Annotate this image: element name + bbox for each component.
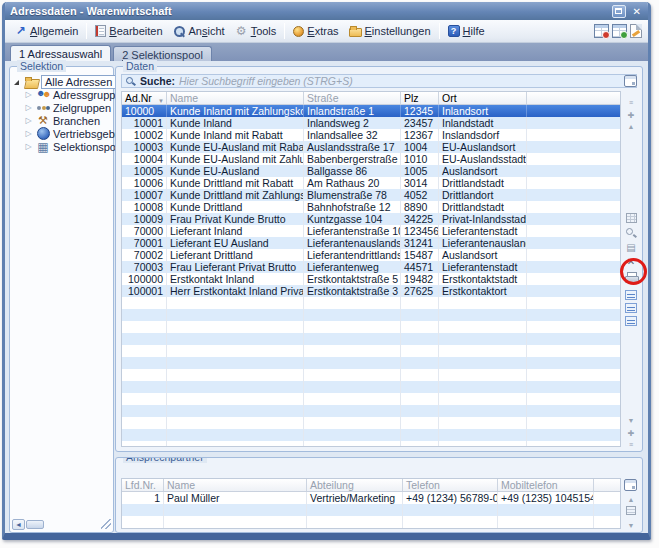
- table-empty-row[interactable]: [122, 309, 620, 321]
- scroll-glyph-up[interactable]: ▲: [623, 496, 639, 503]
- column-header-ad.nr[interactable]: Ad.Nr▼: [122, 92, 167, 104]
- close-button[interactable]: ✕: [631, 5, 643, 18]
- column-chooser-icon[interactable]: [624, 75, 637, 87]
- table-row[interactable]: 100000Erstkontakt InlandErstkontaktstraß…: [122, 273, 620, 285]
- scroll-glyph-plus[interactable]: ✚: [623, 429, 639, 438]
- cell-name: [167, 369, 304, 381]
- table-empty-row[interactable]: [122, 333, 620, 345]
- table-row[interactable]: 10004Kunde EU-Ausland mit Zahlungskondit…: [122, 153, 620, 165]
- column-header-ort[interactable]: Ort: [439, 92, 527, 104]
- column-header-telefon[interactable]: Telefon: [403, 479, 498, 491]
- table-empty-row[interactable]: [122, 516, 620, 528]
- resize-grip-icon[interactable]: [101, 519, 111, 529]
- scroll-glyph-plus[interactable]: ✚: [623, 111, 639, 120]
- collapsed-arrow-icon[interactable]: ▷: [24, 143, 33, 151]
- tree-item-zielgruppen[interactable]: ▷Zielgruppen: [12, 101, 111, 114]
- layout-list-icon[interactable]: [624, 314, 638, 327]
- layout-list-icon[interactable]: [624, 288, 638, 301]
- menu-allgemein[interactable]: ↗Allgemein: [9, 23, 83, 40]
- table-empty-row[interactable]: [122, 297, 620, 309]
- titlebar[interactable]: Adressdaten - Warenwirtschaft ✕: [5, 2, 648, 20]
- scroll-glyph-down[interactable]: ▼: [623, 522, 639, 529]
- table-row[interactable]: 100001Herr Erstkontakt Inland PrivatErst…: [122, 285, 620, 297]
- tab-2-selektionspool[interactable]: 2 Selektionspool: [113, 46, 212, 61]
- table-empty-row[interactable]: [122, 417, 620, 429]
- column-header-name[interactable]: Name: [167, 92, 304, 104]
- tree-item-adressgruppen[interactable]: ▷Adressgruppen: [12, 88, 111, 101]
- table-row[interactable]: 10007Kunde Drittland mit Zahlungskonditi…: [122, 189, 620, 201]
- table-row[interactable]: 10006Kunde Drittland mit RabattAm Rathau…: [122, 177, 620, 189]
- table-row[interactable]: 70002Lieferant DrittlandLieferantendritt…: [122, 249, 620, 261]
- scrollbar-thumb[interactable]: [26, 520, 44, 529]
- collapsed-arrow-icon[interactable]: ▷: [24, 130, 33, 138]
- layout-list-icon[interactable]: [624, 301, 638, 314]
- table-row[interactable]: 70001Lieferant EU AuslandLieferantenausl…: [122, 237, 620, 249]
- table-empty-row[interactable]: [122, 405, 620, 417]
- column-header-name[interactable]: Name: [164, 479, 307, 491]
- table-green-icon[interactable]: [612, 24, 627, 38]
- column-chooser-icon[interactable]: [624, 479, 637, 491]
- table-empty-row[interactable]: [122, 504, 620, 516]
- table-empty-row[interactable]: [122, 345, 620, 357]
- column-header-plz[interactable]: Plz: [401, 92, 439, 104]
- scroll-glyph-bottom[interactable]: ≡: [623, 441, 639, 448]
- table-empty-row[interactable]: [122, 369, 620, 381]
- search-tool-icon[interactable]: [624, 226, 638, 239]
- column-header-lfdnr.[interactable]: Lfd.Nr.: [122, 479, 164, 491]
- table-row[interactable]: 70003Frau Lieferant Privat BruttoLiefera…: [122, 261, 620, 273]
- cell-name: Herr Erstkontakt Inland Privat: [167, 285, 304, 297]
- tree-item-selektionspools[interactable]: ▷▦Selektionspools: [12, 140, 111, 153]
- rows-tool-icon[interactable]: ▤: [624, 241, 638, 254]
- column-header-mobiltelefon[interactable]: Mobiltelefon: [498, 479, 594, 491]
- industry-icon: ⚒: [36, 115, 50, 127]
- scroll-glyph-up[interactable]: ▲: [623, 123, 639, 130]
- table-row[interactable]: 70000Lieferant InlandLieferantenstraße 1…: [122, 225, 620, 237]
- menu-hilfe[interactable]: ?Hilfe: [443, 23, 490, 39]
- restore-button[interactable]: [612, 5, 626, 18]
- search-input[interactable]: Hier Suchbegriff eingeben (STRG+S): [179, 75, 353, 87]
- tree-item-vertriebsgebiete[interactable]: ▷Vertriebsgebiete: [12, 127, 111, 140]
- grid-tool-icon[interactable]: [626, 506, 636, 515]
- collapsed-arrow-icon[interactable]: ▷: [24, 91, 33, 99]
- new-document-icon[interactable]: [630, 24, 642, 38]
- scroll-glyph-top[interactable]: ≡: [623, 99, 639, 106]
- table-row[interactable]: 10002Kunde Inland mit RabattInlandsallee…: [122, 129, 620, 141]
- search-bar[interactable]: Suche: Hier Suchbegriff eingeben (STRG+S…: [121, 74, 637, 88]
- table-row[interactable]: 10000Kunde Inland mit Zahlungskondition …: [122, 105, 620, 117]
- table-empty-row[interactable]: [122, 528, 620, 529]
- table-empty-row[interactable]: [122, 381, 620, 393]
- menu-bearbeiten[interactable]: Bearbeiten: [90, 23, 167, 39]
- table-row[interactable]: 10001Kunde InlandInlandsweg 223457Inland…: [122, 117, 620, 129]
- collapsed-arrow-icon[interactable]: ▷: [24, 117, 33, 125]
- table-row[interactable]: 10009Frau Privat Kunde BruttoKuntzgasse …: [122, 213, 620, 225]
- table-row[interactable]: 10008Kunde DrittlandBahnhofstraße 128890…: [122, 201, 620, 213]
- table-row[interactable]: 10003Kunde EU-Ausland mit RabattAuslands…: [122, 141, 620, 153]
- table-empty-row[interactable]: [122, 357, 620, 369]
- collapsed-arrow-icon[interactable]: ▷: [24, 104, 33, 112]
- cell-strasse: [304, 321, 401, 333]
- cell-adnr: [122, 429, 167, 441]
- table-empty-row[interactable]: [122, 429, 620, 441]
- column-header-abteilung[interactable]: Abteilung: [307, 479, 403, 491]
- table-row[interactable]: 1Paul MüllerVertrieb/Marketing+49 (1234)…: [122, 492, 620, 504]
- menu-ansicht[interactable]: Ansicht: [168, 23, 230, 40]
- table-empty-row[interactable]: [122, 321, 620, 333]
- tree-item-branchen[interactable]: ▷⚒Branchen: [12, 114, 111, 127]
- scroll-left-button[interactable]: ◄: [12, 519, 25, 530]
- table-empty-row[interactable]: [122, 441, 620, 447]
- scroll-glyph-down[interactable]: ▼: [623, 417, 639, 424]
- tree-horizontal-scrollbar[interactable]: ◄: [12, 518, 111, 530]
- table-red-icon[interactable]: [594, 24, 609, 38]
- menu-einstellungen[interactable]: Einstellungen: [344, 23, 436, 39]
- grid-tool-icon[interactable]: [624, 211, 638, 224]
- expanded-arrow-icon[interactable]: [12, 79, 21, 85]
- cell-ort: Drittlandstadt: [439, 201, 527, 213]
- cell-plz: [401, 297, 439, 309]
- cell-plz: 1010: [401, 153, 439, 165]
- menu-tools[interactable]: ⚙Tools: [230, 23, 282, 40]
- column-header-straße[interactable]: Straße: [304, 92, 401, 104]
- table-empty-row[interactable]: [122, 393, 620, 405]
- table-row[interactable]: 10005Kunde EU-AuslandBallgasse 861005Aus…: [122, 165, 620, 177]
- tree-item-alle-adressen[interactable]: Alle Adressen: [12, 75, 111, 88]
- menu-extras[interactable]: Extras: [288, 23, 343, 39]
